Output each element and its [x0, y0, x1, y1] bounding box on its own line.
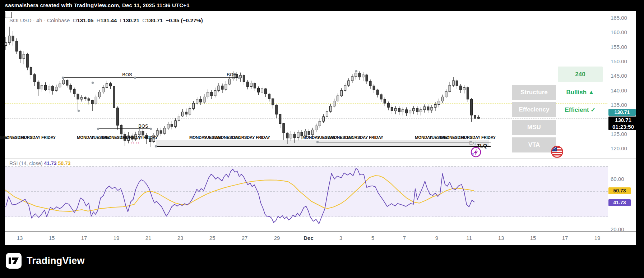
tradingview-logo-icon	[6, 253, 22, 269]
session-day-label: FRIDAY	[369, 135, 383, 140]
panel-value-effeciency: Efficient ✓	[558, 102, 603, 117]
tradingview-logo-text: TradingView	[27, 255, 85, 266]
time-tick[interactable]: 5	[371, 235, 374, 241]
price-tick: 135.00	[611, 102, 627, 108]
timeaxis-divider	[5, 231, 636, 232]
session-day-label: THURSDAY	[233, 135, 255, 140]
panel-label-effeciency[interactable]: Effeciency	[512, 102, 556, 117]
time-tick[interactable]: 13	[498, 235, 504, 241]
axis-divider[interactable]	[608, 11, 608, 245]
bos-label: BOS	[227, 72, 236, 77]
time-tick[interactable]: 17	[562, 235, 568, 241]
session-day-label: THURSDAY	[346, 135, 368, 140]
pane-divider[interactable]	[5, 159, 636, 159]
tradingview-logo[interactable]: TradingView	[6, 253, 85, 269]
panel-label-msu[interactable]: MSU	[512, 120, 556, 135]
high-value: 131.44	[101, 17, 117, 23]
session-day-label: FRIDAY	[481, 135, 496, 140]
time-tick[interactable]: 11	[466, 235, 472, 241]
price-tick: 150.00	[611, 58, 627, 64]
time-tick[interactable]: 27	[242, 235, 248, 241]
change-value: −0.35 (−0.27%)	[166, 17, 203, 23]
buy-signal-mark: ↑↑	[130, 140, 134, 145]
rsi-legend[interactable]: RSI (14, close) 41.73 50.73	[9, 160, 70, 166]
time-tick[interactable]: 15	[49, 235, 55, 241]
panel-label-structure[interactable]: Structure	[512, 85, 556, 100]
price-tick: 160.00	[611, 29, 627, 35]
time-tick[interactable]: 17	[81, 235, 87, 241]
time-tick[interactable]: 15	[530, 235, 536, 241]
price-tick: 145.00	[611, 73, 627, 79]
bos-label: BOS	[122, 72, 132, 77]
time-tick[interactable]: 9	[435, 235, 438, 241]
rsi-title[interactable]: RSI	[9, 160, 18, 166]
tradingview-screenshot: sasmaishera created with TradingView.com…	[0, 0, 644, 278]
countdown-badge: 130.71 01:23:50	[608, 117, 638, 130]
panel-label-vta[interactable]: VTA	[512, 137, 556, 152]
price-tick: 155.00	[611, 44, 627, 50]
session-day-label: THURSDAY	[19, 135, 40, 140]
exchange-label: Coinbase	[47, 17, 70, 23]
bos-label: BOS	[138, 123, 148, 129]
panel-value-structure: Bullish ▲	[558, 85, 603, 100]
rsi-value-badge: 50.73	[608, 187, 631, 194]
time-tick[interactable]: 7	[403, 235, 406, 241]
price-tick: 140.00	[611, 87, 627, 94]
symbol-legend[interactable]: SOLUSD · 4h · Coinbase O131.05 H131.44 L…	[9, 17, 203, 23]
ext-annotation: Ext	[469, 140, 476, 146]
session-day-label: FRIDAY	[143, 135, 158, 140]
time-tick[interactable]: 19	[594, 235, 601, 241]
price-tick: 125.00	[611, 131, 627, 137]
price-tick: 120.00	[611, 145, 627, 151]
rsi-value-badge: 41.73	[608, 199, 631, 206]
low-value: 130.21	[123, 17, 139, 23]
price-tick: 165.00	[611, 15, 627, 21]
time-tick[interactable]: 3	[339, 235, 342, 241]
session-day-label: THURSDAY	[459, 135, 480, 140]
lightning-badge-icon[interactable]	[468, 146, 482, 159]
rsi-ma-value: 50.73	[58, 160, 70, 166]
open-value: 131.05	[77, 17, 93, 23]
us-flag-icon[interactable]	[550, 145, 564, 159]
time-tick[interactable]: 21	[145, 235, 152, 241]
interval-label[interactable]: 4h	[36, 17, 42, 23]
symbol-name[interactable]: SOLUSD	[9, 17, 32, 23]
rsi-value: 41.73	[44, 160, 56, 166]
buy-signal-mark: ↑↑	[135, 140, 139, 145]
last-price-badge: 130.71	[608, 109, 636, 116]
time-tick[interactable]: Dec	[304, 235, 314, 241]
time-tick[interactable]: 19	[113, 235, 120, 241]
time-tick[interactable]: 29	[274, 235, 280, 241]
close-value: 130.71	[146, 17, 163, 23]
time-tick[interactable]: 25	[209, 235, 216, 241]
rsi-tick: 60.00	[611, 176, 624, 182]
footer: TradingView	[0, 245, 644, 278]
time-tick[interactable]: 23	[177, 235, 184, 241]
session-day-label: FRIDAY	[41, 135, 56, 140]
session-day-label: THURSDAY	[121, 135, 142, 140]
time-tick[interactable]: 13	[17, 235, 23, 241]
session-day-label: FRIDAY	[256, 135, 270, 140]
timeframe-box[interactable]: 240	[558, 67, 603, 82]
